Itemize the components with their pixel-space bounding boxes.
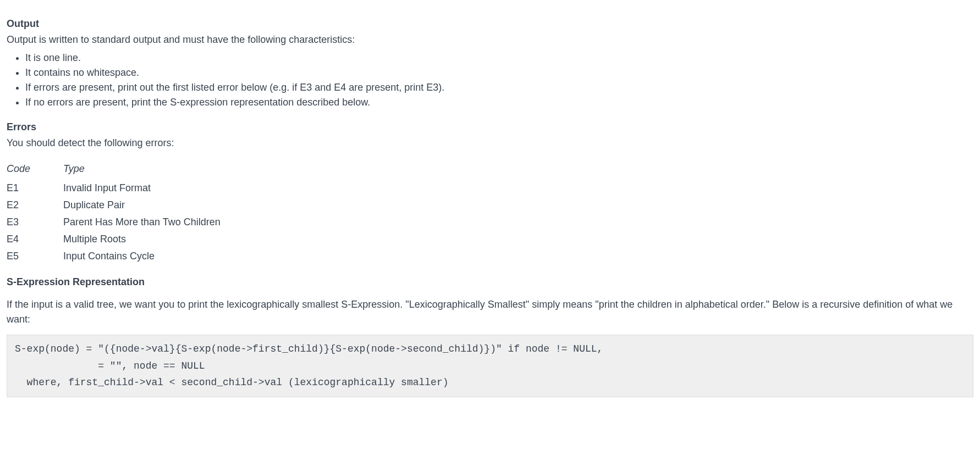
list-item: It contains no whitespace.	[25, 65, 973, 80]
table-row: E1 Invalid Input Format	[7, 180, 254, 197]
table-cell-type: Duplicate Pair	[63, 197, 254, 214]
table-row: E2 Duplicate Pair	[7, 197, 254, 214]
output-heading: Output	[7, 16, 973, 31]
table-cell-type: Multiple Roots	[63, 231, 254, 248]
table-cell-code: E1	[7, 180, 63, 197]
errors-table: Code Type E1 Invalid Input Format E2 Dup…	[7, 160, 254, 265]
sexp-code-block: S-exp(node) = "({node->val}{S-exp(node->…	[7, 335, 973, 397]
table-cell-type: Parent Has More than Two Children	[63, 214, 254, 231]
list-item: If errors are present, print out the fir…	[25, 80, 973, 95]
errors-intro: You should detect the following errors:	[7, 136, 973, 151]
table-cell-code: E4	[7, 231, 63, 248]
table-header-type: Type	[63, 160, 254, 180]
table-cell-code: E5	[7, 248, 63, 265]
errors-heading: Errors	[7, 120, 973, 135]
table-row: E5 Input Contains Cycle	[7, 248, 254, 265]
table-cell-type: Input Contains Cycle	[63, 248, 254, 265]
table-cell-type: Invalid Input Format	[63, 180, 254, 197]
table-cell-code: E2	[7, 197, 63, 214]
list-item: If no errors are present, print the S-ex…	[25, 95, 973, 110]
table-row: E4 Multiple Roots	[7, 231, 254, 248]
table-cell-code: E3	[7, 214, 63, 231]
sexp-heading: S-Expression Representation	[7, 275, 973, 290]
list-item: It is one line.	[25, 51, 973, 65]
table-row: E3 Parent Has More than Two Children	[7, 214, 254, 231]
sexp-para: If the input is a valid tree, we want yo…	[7, 297, 973, 327]
output-bullets: It is one line. It contains no whitespac…	[7, 51, 973, 110]
table-header-code: Code	[7, 160, 63, 180]
output-intro: Output is written to standard output and…	[7, 32, 973, 47]
